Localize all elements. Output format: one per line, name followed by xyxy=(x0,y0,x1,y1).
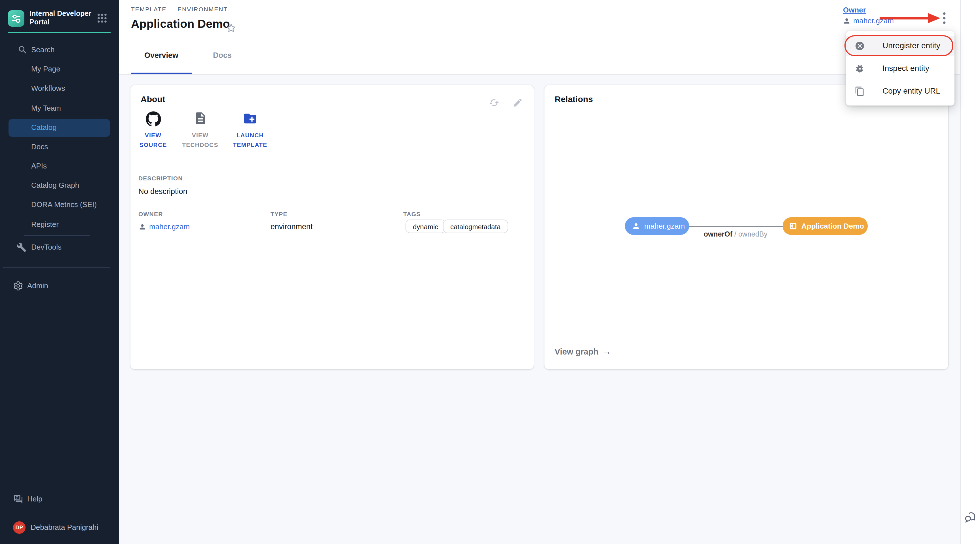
sidebar-item-label: Help xyxy=(27,490,43,509)
graph-node-label: Application Demo xyxy=(801,222,864,230)
view-graph-link[interactable]: View graph → xyxy=(555,346,611,357)
sidebar-item-label: Search xyxy=(31,40,54,60)
sidebar-item-catalog-graph[interactable]: Catalog Graph xyxy=(0,176,119,195)
action-label: LAUNCH xyxy=(227,130,274,140)
sidebar-item-label: Catalog xyxy=(31,118,57,137)
type-field-label: TYPE xyxy=(270,210,288,217)
menu-item-copy-entity-url[interactable]: Copy entity URL xyxy=(846,82,955,101)
action-label: TEMPLATE xyxy=(227,140,274,150)
launch-template-button[interactable]: LAUNCH TEMPLATE xyxy=(227,111,274,150)
app-root: Internal Developer Portal Search My Page… xyxy=(0,0,980,544)
help-chat-icon: ? xyxy=(13,494,23,504)
sidebar-item-label: Catalog Graph xyxy=(31,176,79,195)
owner-field-username: maher.gzam xyxy=(149,223,190,231)
sidebar-item-label: My Page xyxy=(31,60,60,79)
sidebar-divider xyxy=(3,267,110,268)
sidebar-item-register[interactable]: Register xyxy=(0,215,119,234)
copy-icon xyxy=(855,86,865,96)
graph-node-label: maher.gzam xyxy=(644,222,685,230)
right-rail xyxy=(960,0,980,544)
app-logo-icon xyxy=(8,10,24,26)
sidebar-item-my-team[interactable]: My Team xyxy=(0,99,119,118)
feedback-chat-icon[interactable] xyxy=(964,511,977,523)
sidebar-accent-divider xyxy=(8,32,111,33)
owner-field-label: OWNER xyxy=(138,210,163,217)
sidebar-item-label: DevTools xyxy=(31,238,62,257)
sidebar-item-admin[interactable]: Admin xyxy=(0,276,119,296)
sidebar-item-search[interactable]: Search xyxy=(0,40,119,60)
refresh-icon[interactable] xyxy=(489,97,499,108)
tab-bar: Overview Docs xyxy=(119,36,960,75)
sidebar-item-my-page[interactable]: My Page xyxy=(0,60,119,79)
sidebar-item-help[interactable]: ? Help xyxy=(0,490,119,509)
relations-card-title: Relations xyxy=(555,94,593,104)
tag-chip[interactable]: dynamic xyxy=(406,220,445,233)
sidebar-item-docs[interactable]: Docs xyxy=(0,137,119,157)
annotation-highlight-box xyxy=(845,35,953,56)
person-icon xyxy=(632,222,640,230)
edge-label-secondary: ownedBy xyxy=(738,230,768,238)
sidebar-item-apis[interactable]: APIs xyxy=(0,157,119,176)
menu-item-inspect-entity[interactable]: Inspect entity xyxy=(846,59,955,78)
action-label: TECHDOCS xyxy=(177,140,223,150)
about-card-title: About xyxy=(141,94,165,104)
edge-label-separator: / xyxy=(735,230,737,238)
action-label: VIEW xyxy=(130,130,176,140)
sidebar-item-label: APIs xyxy=(31,157,47,176)
sidebar-item-label: Admin xyxy=(27,276,48,296)
graph-node-user[interactable]: maher.gzam xyxy=(625,217,689,235)
apps-grid-icon[interactable] xyxy=(96,13,108,24)
sidebar-item-label: Register xyxy=(31,215,59,234)
menu-item-label: Inspect entity xyxy=(883,64,929,73)
bug-icon xyxy=(855,64,865,74)
graph-node-entity[interactable]: Application Demo xyxy=(783,217,868,235)
type-field-value: environment xyxy=(270,223,313,231)
document-icon xyxy=(177,111,223,128)
sidebar: Internal Developer Portal Search My Page… xyxy=(0,0,119,544)
view-source-button[interactable]: VIEW SOURCE xyxy=(130,111,176,150)
github-icon xyxy=(130,111,176,128)
sidebar-divider xyxy=(24,235,90,236)
create-folder-icon xyxy=(227,111,274,128)
search-icon xyxy=(18,45,28,55)
gear-icon xyxy=(13,281,23,291)
menu-item-label: Copy entity URL xyxy=(883,86,940,95)
user-name: Debabrata Panigrahi xyxy=(30,517,99,538)
avatar: DP xyxy=(13,521,25,534)
owner-field-value[interactable]: maher.gzam xyxy=(138,223,190,231)
page-title: Application Demo xyxy=(131,17,230,31)
description-value: No description xyxy=(138,187,188,196)
app-title: Internal Developer Portal xyxy=(30,10,92,27)
action-label: VIEW xyxy=(177,130,223,140)
active-tab-indicator xyxy=(131,73,192,74)
sidebar-item-label: Workflows xyxy=(31,79,65,98)
arrow-right-icon: → xyxy=(602,346,611,357)
tab-docs[interactable]: Docs xyxy=(197,36,247,74)
sidebar-item-label: My Team xyxy=(31,99,61,118)
sidebar-item-workflows[interactable]: Workflows xyxy=(0,79,119,98)
sidebar-item-devtools[interactable]: DevTools xyxy=(0,238,119,257)
tag-chip[interactable]: catalogmetadata xyxy=(443,220,508,233)
sidebar-item-catalog[interactable]: Catalog xyxy=(0,118,119,137)
relation-edge-label: ownerOf / ownedBy xyxy=(679,230,792,238)
svg-text:?: ? xyxy=(16,495,18,499)
wrench-icon xyxy=(16,242,27,253)
sidebar-item-dora-metrics[interactable]: DORA Metrics (SEI) xyxy=(0,195,119,215)
logo-row: Internal Developer Portal xyxy=(8,9,111,27)
edit-pencil-icon[interactable] xyxy=(513,97,523,108)
sidebar-item-label: Docs xyxy=(31,137,48,157)
sidebar-item-label: DORA Metrics (SEI) xyxy=(31,195,97,215)
tags-field-label: TAGS xyxy=(403,210,421,217)
favorite-star-icon[interactable] xyxy=(226,23,237,33)
person-icon xyxy=(138,223,146,231)
action-label: SOURCE xyxy=(130,140,176,150)
tab-overview[interactable]: Overview xyxy=(131,36,192,74)
breadcrumb: TEMPLATE — ENVIRONMENT xyxy=(131,6,228,13)
description-label: DESCRIPTION xyxy=(138,175,183,181)
view-techdocs-button[interactable]: VIEW TECHDOCS xyxy=(177,111,223,150)
page-header: TEMPLATE — ENVIRONMENT Application Demo xyxy=(119,0,960,36)
template-icon xyxy=(789,222,797,230)
relations-card: Relations ownerOf / ownedBy maher.gzam A… xyxy=(544,85,948,369)
about-card: About VIEW SOURCE VIEW TECHDOCS xyxy=(130,85,534,369)
sidebar-user[interactable]: DP Debabrata Panigrahi xyxy=(0,517,119,538)
